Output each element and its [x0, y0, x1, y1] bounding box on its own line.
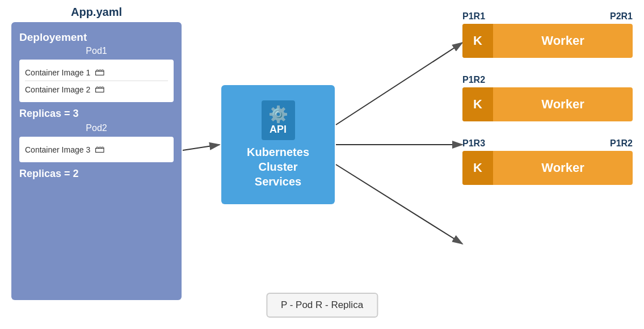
worker-k-label-3: K — [462, 151, 493, 185]
container-image-2-label: Container Image 2 — [25, 85, 90, 94]
worker-2-pos-left: P1R2 — [462, 75, 485, 85]
container-image-1-row: Container Image 1 🗃 — [25, 64, 168, 81]
container-icon-3: 🗃 — [95, 144, 105, 155]
k8s-api-area: ⚙️ API — [262, 100, 295, 140]
svg-line-4 — [336, 164, 462, 244]
legend-box: P - Pod R - Replica — [266, 293, 378, 318]
worker-3-pos-right: P1R2 — [610, 138, 633, 149]
worker-1-pos-left: P1R1 — [462, 11, 485, 22]
diagram-container: App.yaml Deployement Pod1 Container Imag… — [0, 0, 644, 329]
pod2-container-box: Container Image 3 🗃 — [19, 137, 174, 162]
app-yaml-box: Deployement Pod1 Container Image 1 🗃 Con… — [11, 22, 182, 300]
app-yaml-title: App.yaml — [11, 6, 182, 19]
worker-row-3: P1R3 P1R2 K Worker — [462, 138, 633, 185]
container-icon-1: 🗃 — [95, 66, 105, 78]
legend-text: P - Pod R - Replica — [281, 300, 363, 310]
worker-label-1: Worker — [493, 33, 633, 48]
worker-1-position-labels: P1R1 P2R1 — [462, 11, 633, 22]
worker-2-position-labels: P1R2 — [462, 75, 633, 85]
pod1-label: Pod1 — [19, 46, 174, 56]
k8s-title: Kubernetes Cluster Services — [247, 145, 309, 189]
worker-1-pos-right: P2R1 — [610, 11, 633, 22]
pod1-container-box: Container Image 1 🗃 Container Image 2 🗃 — [19, 60, 174, 102]
svg-line-2 — [336, 43, 462, 125]
container-image-3-label: Container Image 3 — [25, 145, 90, 154]
worker-3-pos-left: P1R3 — [462, 138, 485, 149]
kubernetes-box: ⚙️ API Kubernetes Cluster Services — [221, 85, 335, 204]
worker-box-3: K Worker — [462, 151, 633, 185]
worker-k-label-2: K — [462, 87, 493, 121]
worker-box-1: K Worker — [462, 24, 633, 58]
app-yaml-section: App.yaml Deployement Pod1 Container Imag… — [11, 6, 182, 306]
gear-icon: ⚙️ — [268, 105, 288, 124]
container-image-1-label: Container Image 1 — [25, 68, 90, 77]
worker-box-2: K Worker — [462, 87, 633, 121]
workers-section: P1R1 P2R1 K Worker P1R2 K Worker P1R3 P — [462, 11, 633, 185]
worker-3-position-labels: P1R3 P1R2 — [462, 138, 633, 149]
worker-k-label-1: K — [462, 24, 493, 58]
container-icon-2: 🗃 — [95, 83, 105, 95]
container-image-3-row: Container Image 3 🗃 — [25, 141, 168, 158]
worker-label-2: Worker — [493, 97, 633, 112]
pod2-replicas: Replicas = 2 — [19, 168, 174, 180]
worker-label-3: Worker — [493, 161, 633, 175]
worker-row-1: P1R1 P2R1 K Worker — [462, 11, 633, 58]
container-image-2-row: Container Image 2 🗃 — [25, 81, 168, 98]
pod2-label: Pod2 — [19, 123, 174, 133]
k8s-api-label: API — [268, 124, 288, 136]
pod1-replicas: Replicas = 3 — [19, 108, 174, 120]
svg-line-1 — [183, 145, 220, 150]
worker-row-2: P1R2 K Worker — [462, 75, 633, 121]
deployment-label: Deployement — [19, 31, 174, 44]
